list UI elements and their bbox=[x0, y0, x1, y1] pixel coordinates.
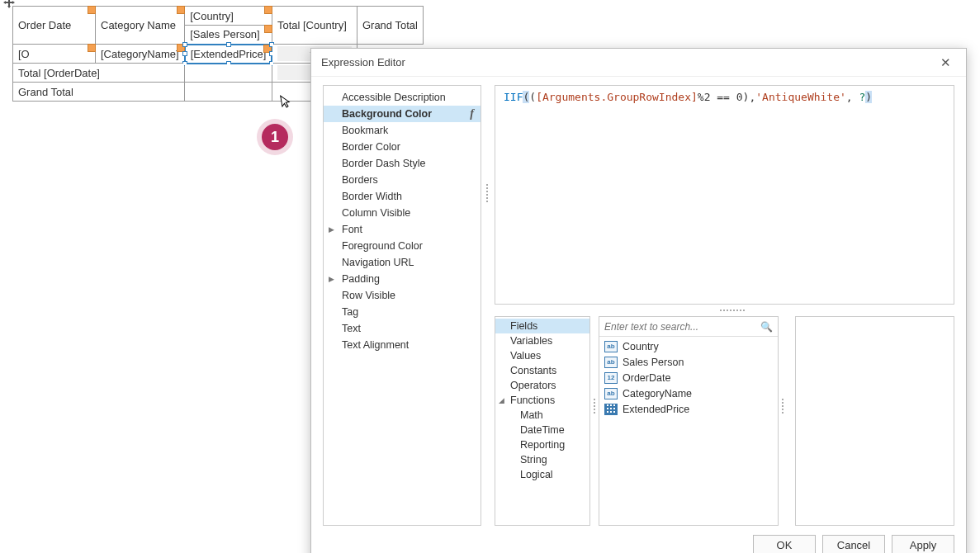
property-label: Column Visible bbox=[342, 207, 410, 219]
data-category[interactable]: [CategoryName] bbox=[96, 45, 185, 64]
category-item[interactable]: Variables bbox=[495, 333, 589, 348]
header-grand-total[interactable]: Grand Total bbox=[357, 7, 423, 45]
cell-text: [Sales Person] bbox=[190, 28, 260, 40]
total-orderdate[interactable]: Total [OrderDate] bbox=[13, 64, 185, 83]
cell-text: [ExtendedPrice] bbox=[191, 48, 267, 60]
field-label: Sales Person bbox=[623, 357, 684, 368]
cell-text: Grand Total bbox=[362, 19, 418, 31]
category-list[interactable]: FieldsVariablesValuesConstantsOperators◢… bbox=[495, 316, 590, 526]
property-item[interactable]: Tag bbox=[324, 304, 481, 320]
property-label: Tag bbox=[342, 306, 358, 318]
category-label: Fields bbox=[510, 320, 537, 332]
search-input[interactable] bbox=[604, 321, 760, 333]
vertical-splitter[interactable] bbox=[483, 184, 491, 202]
property-label: Text bbox=[342, 323, 361, 334]
category-item[interactable]: Constants bbox=[495, 363, 589, 378]
vertical-splitter[interactable] bbox=[590, 399, 599, 414]
field-item[interactable]: ExtendedPrice bbox=[599, 401, 778, 417]
expander-icon[interactable]: ◢ bbox=[499, 396, 504, 404]
property-item[interactable]: Background Colorf bbox=[324, 106, 481, 122]
category-label: Math bbox=[520, 409, 543, 421]
description-panel bbox=[795, 316, 954, 526]
property-item[interactable]: Column Visible bbox=[324, 205, 481, 221]
grand-total-row[interactable]: Grand Total bbox=[13, 83, 185, 102]
property-label: Foreground Color bbox=[342, 240, 423, 252]
smarttag-icon[interactable] bbox=[264, 6, 272, 14]
property-item[interactable]: Text Alignment bbox=[324, 337, 481, 353]
close-icon[interactable]: ✕ bbox=[935, 54, 956, 72]
category-label: Logical bbox=[520, 469, 553, 480]
property-item[interactable]: ▶Padding bbox=[324, 271, 481, 287]
category-item[interactable]: Math bbox=[495, 408, 589, 423]
expander-icon[interactable]: ▶ bbox=[329, 225, 334, 234]
category-label: Reporting bbox=[520, 439, 565, 451]
property-item[interactable]: Row Visible bbox=[324, 287, 481, 304]
cell-text: [O bbox=[18, 48, 30, 60]
category-label: Values bbox=[510, 350, 541, 362]
property-item[interactable]: Border Dash Style bbox=[324, 155, 481, 172]
expression-textarea[interactable]: IIF(([Arguments.GroupRowIndex]%2 == 0),'… bbox=[495, 85, 954, 305]
property-item[interactable]: Bookmark bbox=[324, 122, 481, 139]
horizontal-splitter[interactable] bbox=[708, 306, 757, 314]
category-item[interactable]: String bbox=[495, 452, 589, 467]
header-country[interactable]: [Country] bbox=[185, 7, 272, 26]
field-label: CategoryName bbox=[623, 388, 692, 399]
field-label: OrderDate bbox=[623, 372, 670, 384]
category-label: Operators bbox=[510, 380, 556, 391]
property-label: Border Dash Style bbox=[342, 158, 425, 169]
expression-editor-dialog: Expression Editor ✕ Accessible Descripti… bbox=[310, 48, 967, 553]
property-item[interactable]: Accessible Description bbox=[324, 89, 481, 106]
apply-button[interactable]: Apply bbox=[892, 535, 954, 553]
cell-text: [CategoryName] bbox=[101, 48, 179, 60]
field-list[interactable]: abCountryabSales Person12OrderDateabCate… bbox=[599, 337, 778, 525]
dialog-titlebar[interactable]: Expression Editor ✕ bbox=[311, 49, 966, 77]
property-label: Background Color bbox=[342, 108, 432, 120]
property-item[interactable]: Navigation URL bbox=[324, 254, 481, 271]
category-label: String bbox=[520, 454, 547, 466]
property-item[interactable]: Borders bbox=[324, 172, 481, 188]
smarttag-icon[interactable] bbox=[88, 44, 96, 52]
category-item[interactable]: ◢Functions bbox=[495, 393, 589, 408]
header-order-date[interactable]: Order Date bbox=[13, 7, 96, 45]
smarttag-icon[interactable] bbox=[177, 6, 185, 14]
empty-cell[interactable] bbox=[185, 83, 272, 102]
smarttag-icon[interactable] bbox=[88, 6, 96, 14]
category-item[interactable]: Fields bbox=[495, 319, 589, 333]
category-label: DateTime bbox=[520, 424, 565, 436]
field-item[interactable]: abSales Person bbox=[599, 354, 778, 370]
property-label: Navigation URL bbox=[342, 257, 414, 268]
data-orderdate[interactable]: [O bbox=[13, 45, 96, 64]
header-total-country[interactable]: Total [Country] bbox=[272, 7, 357, 45]
cancel-button[interactable]: Cancel bbox=[822, 535, 885, 553]
property-label: Bookmark bbox=[342, 125, 388, 136]
category-item[interactable]: Operators bbox=[495, 378, 589, 393]
vertical-splitter[interactable] bbox=[779, 399, 787, 414]
header-category[interactable]: Category Name bbox=[96, 7, 185, 45]
field-item[interactable]: abCountry bbox=[599, 338, 778, 354]
search-icon[interactable]: 🔍 bbox=[760, 321, 773, 333]
property-list[interactable]: Accessible DescriptionBackground ColorfB… bbox=[323, 85, 481, 526]
category-item[interactable]: Reporting bbox=[495, 437, 589, 452]
property-item[interactable]: ▶Font bbox=[324, 221, 481, 238]
field-item[interactable]: abCategoryName bbox=[599, 385, 778, 401]
property-item[interactable]: Border Width bbox=[324, 188, 481, 205]
callout-badge-1: 1 bbox=[262, 124, 288, 150]
expander-icon[interactable]: ▶ bbox=[329, 275, 334, 283]
property-item[interactable]: Border Color bbox=[324, 139, 481, 155]
field-label: ExtendedPrice bbox=[623, 404, 689, 415]
fields-panel: 🔍 abCountryabSales Person12OrderDateabCa… bbox=[599, 316, 779, 526]
category-item[interactable]: DateTime bbox=[495, 423, 589, 437]
cell-text: Category Name bbox=[101, 19, 176, 31]
category-label: Variables bbox=[510, 335, 552, 347]
empty-cell[interactable] bbox=[185, 64, 272, 83]
field-item[interactable]: 12OrderDate bbox=[599, 370, 778, 385]
category-item[interactable]: Logical bbox=[495, 467, 589, 482]
data-ext-price-selected[interactable]: [ExtendedPrice] bbox=[185, 45, 272, 64]
property-label: Borders bbox=[342, 174, 378, 186]
property-item[interactable]: Text bbox=[324, 320, 481, 337]
smarttag-icon[interactable] bbox=[264, 25, 272, 33]
property-item[interactable]: Foreground Color bbox=[324, 238, 481, 254]
category-item[interactable]: Values bbox=[495, 348, 589, 363]
property-label: Accessible Description bbox=[342, 92, 446, 103]
ok-button[interactable]: OK bbox=[753, 535, 816, 553]
